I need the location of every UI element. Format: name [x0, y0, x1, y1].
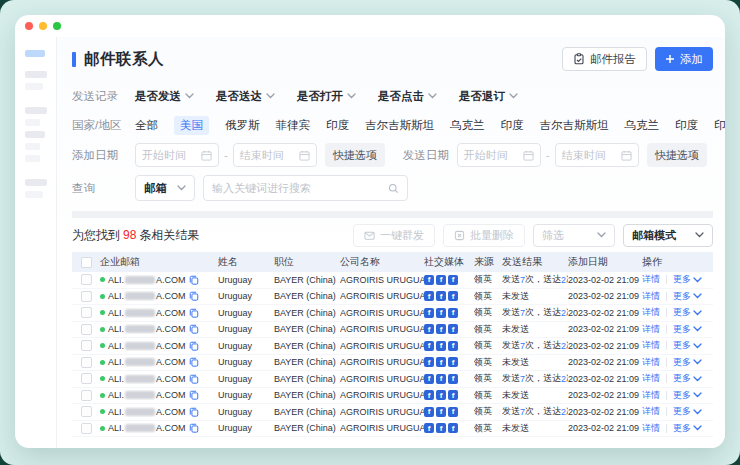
mail-report-button[interactable]: 邮件报告 [562, 47, 647, 71]
more-link[interactable]: 更多 [673, 356, 702, 369]
facebook-icon[interactable]: f [436, 341, 446, 351]
sidebar-nav-placeholder[interactable] [25, 191, 43, 198]
country-option[interactable]: 印度 [714, 118, 725, 133]
facebook-icon[interactable]: f [436, 390, 446, 400]
detail-link[interactable]: 详情 [642, 405, 660, 418]
detail-link[interactable]: 详情 [642, 422, 660, 435]
send-record-dropdown[interactable]: 是否发送 [135, 89, 194, 104]
copy-icon[interactable] [189, 275, 199, 285]
facebook-icon[interactable]: f [424, 291, 434, 301]
bulk-delete-button[interactable]: 批量删除 [443, 224, 525, 247]
query-field-select[interactable]: 邮箱 [135, 175, 195, 201]
more-link[interactable]: 更多 [673, 422, 702, 435]
sidebar-nav-placeholder[interactable] [25, 131, 45, 138]
table-row[interactable]: ALI.A.COM Uruguay BAYER (China) AGROIRIS… [72, 355, 713, 372]
bulk-send-button[interactable]: 一键群发 [353, 224, 435, 247]
table-row[interactable]: ALI.A.COM Uruguay BAYER (China) AGROIRIS… [72, 289, 713, 306]
copy-icon[interactable] [189, 324, 199, 334]
facebook-icon[interactable]: f [424, 308, 434, 318]
facebook-icon[interactable]: f [436, 308, 446, 318]
facebook-icon[interactable]: f [436, 423, 446, 433]
search-icon[interactable] [388, 183, 399, 194]
detail-link[interactable]: 详情 [642, 306, 660, 319]
country-option[interactable]: 印度 [675, 118, 698, 133]
facebook-icon[interactable]: f [448, 357, 458, 367]
table-row[interactable]: ALI.A.COM Uruguay BAYER (China) AGROIRIS… [72, 322, 713, 339]
row-checkbox[interactable] [81, 340, 92, 351]
facebook-icon[interactable]: f [424, 341, 434, 351]
row-checkbox[interactable] [81, 324, 92, 335]
facebook-icon[interactable]: f [424, 324, 434, 334]
send-record-dropdown[interactable]: 是否送达 [216, 89, 275, 104]
country-option[interactable]: 全部 [135, 118, 158, 133]
sidebar-nav-placeholder[interactable] [25, 179, 47, 186]
sidebar-nav-placeholder-active[interactable] [25, 50, 45, 57]
select-all-checkbox[interactable] [81, 257, 92, 268]
row-checkbox[interactable] [81, 390, 92, 401]
facebook-icon[interactable]: f [436, 357, 446, 367]
add-button[interactable]: 添加 [655, 47, 713, 71]
facebook-icon[interactable]: f [448, 308, 458, 318]
table-row[interactable]: ALI.A.COM Uruguay BAYER (China) AGROIRIS… [72, 371, 713, 388]
facebook-icon[interactable]: f [424, 275, 434, 285]
sidebar-nav-placeholder[interactable] [25, 143, 40, 150]
facebook-icon[interactable]: f [424, 357, 434, 367]
more-link[interactable]: 更多 [673, 273, 702, 286]
more-link[interactable]: 更多 [673, 389, 702, 402]
facebook-icon[interactable]: f [448, 275, 458, 285]
add-date-start-input[interactable]: 开始时间 [135, 143, 219, 167]
more-link[interactable]: 更多 [673, 323, 702, 336]
table-row[interactable]: ALI.A.COM Uruguay BAYER (China) AGROIRIS… [72, 272, 713, 289]
sidebar-nav-placeholder[interactable] [25, 107, 47, 114]
window-control-minimize[interactable] [39, 22, 47, 30]
facebook-icon[interactable]: f [436, 324, 446, 334]
facebook-icon[interactable]: f [436, 407, 446, 417]
copy-icon[interactable] [189, 390, 199, 400]
facebook-icon[interactable]: f [436, 291, 446, 301]
facebook-icon[interactable]: f [448, 390, 458, 400]
send-date-quick-options-button[interactable]: 快捷选项 [647, 143, 707, 167]
facebook-icon[interactable]: f [448, 374, 458, 384]
facebook-icon[interactable]: f [436, 374, 446, 384]
send-date-start-input[interactable]: 开始时间 [457, 143, 541, 167]
detail-link[interactable]: 详情 [642, 290, 660, 303]
table-row[interactable]: ALI.A.COM Uruguay BAYER (China) AGROIRIS… [72, 305, 713, 322]
row-checkbox[interactable] [81, 406, 92, 417]
facebook-icon[interactable]: f [448, 407, 458, 417]
copy-icon[interactable] [189, 407, 199, 417]
copy-icon[interactable] [189, 423, 199, 433]
facebook-icon[interactable]: f [448, 291, 458, 301]
facebook-icon[interactable]: f [424, 423, 434, 433]
sidebar-nav-placeholder[interactable] [25, 119, 40, 126]
row-checkbox[interactable] [81, 291, 92, 302]
country-option[interactable]: 印度 [501, 118, 524, 133]
more-link[interactable]: 更多 [673, 339, 702, 352]
more-link[interactable]: 更多 [673, 290, 702, 303]
copy-icon[interactable] [189, 291, 199, 301]
sidebar-nav-placeholder[interactable] [25, 83, 43, 90]
table-row[interactable]: ALI.A.COM Uruguay BAYER (China) AGROIRIS… [72, 404, 713, 421]
add-date-end-input[interactable]: 结束时间 [233, 143, 317, 167]
window-control-close[interactable] [25, 22, 33, 30]
country-option[interactable]: 俄罗斯 [225, 118, 260, 133]
country-option[interactable]: 美国 [174, 116, 209, 135]
country-option[interactable]: 印度 [326, 118, 349, 133]
send-record-dropdown[interactable]: 是否打开 [297, 89, 356, 104]
country-option[interactable]: 乌克兰 [450, 118, 485, 133]
country-option[interactable]: 吉尔吉斯斯坦 [365, 118, 434, 133]
facebook-icon[interactable]: f [448, 423, 458, 433]
row-checkbox[interactable] [81, 373, 92, 384]
table-row[interactable]: ALI.A.COM Uruguay BAYER (China) AGROIRIS… [72, 421, 713, 438]
country-option[interactable]: 吉尔吉斯斯坦 [540, 118, 609, 133]
row-checkbox[interactable] [81, 274, 92, 285]
send-record-dropdown[interactable]: 是否退订 [459, 89, 518, 104]
send-record-dropdown[interactable]: 是否点击 [378, 89, 437, 104]
country-option[interactable]: 乌克兰 [625, 118, 660, 133]
detail-link[interactable]: 详情 [642, 339, 660, 352]
detail-link[interactable]: 详情 [642, 273, 660, 286]
country-option[interactable]: 菲律宾 [276, 118, 311, 133]
copy-icon[interactable] [189, 357, 199, 367]
table-row[interactable]: ALI.A.COM Uruguay BAYER (China) AGROIRIS… [72, 388, 713, 405]
more-link[interactable]: 更多 [673, 372, 702, 385]
facebook-icon[interactable]: f [436, 275, 446, 285]
